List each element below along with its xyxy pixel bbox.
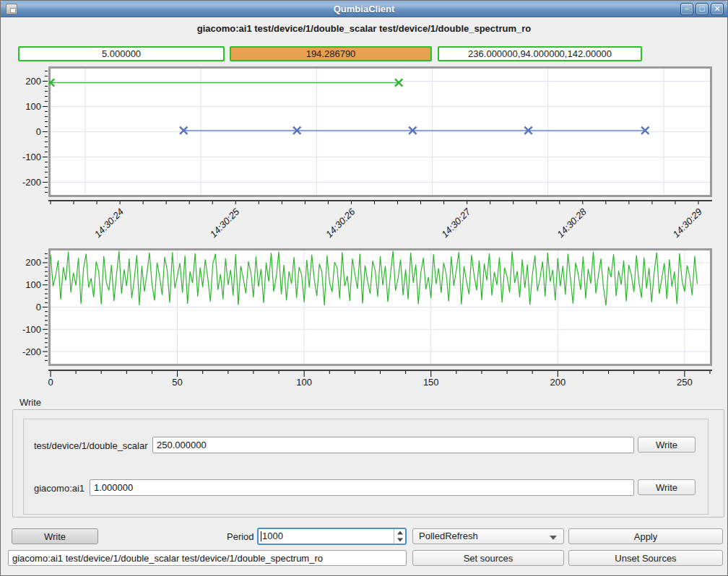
period-label: Period [227, 531, 254, 542]
spin-down-icon[interactable] [394, 536, 405, 544]
window-titlebar[interactable]: QumbiaClient − □ ✕ [1, 1, 727, 17]
svg-text:0: 0 [36, 126, 41, 137]
svg-text:250: 250 [677, 377, 693, 388]
maximize-icon[interactable]: □ [696, 3, 708, 15]
spectrum-plot[interactable]: -200-1000100200050100150200250 [1, 246, 728, 393]
svg-text:100: 100 [25, 279, 41, 290]
apply-button[interactable]: Apply [568, 528, 723, 544]
refresh-mode-combobox[interactable]: PolledRefresh [412, 528, 564, 544]
svg-text:14:30:24: 14:30:24 [92, 206, 126, 240]
svg-text:14:30:29: 14:30:29 [671, 206, 704, 240]
period-spinbox[interactable]: 1000 [257, 528, 407, 545]
qumbia-client-window: QumbiaClient − □ ✕ giacomo:ai1 test/devi… [0, 0, 728, 576]
trend-plot[interactable]: -200-100010020014:30:2414:30:2514:30:261… [1, 64, 728, 245]
y-axis: -200-1000100200 [22, 71, 48, 193]
ai1-write-button[interactable]: Write [638, 479, 696, 495]
svg-text:14:30:26: 14:30:26 [324, 206, 358, 240]
write-button[interactable]: Write [12, 528, 98, 544]
spinner-arrows[interactable] [394, 529, 405, 544]
svg-text:-100: -100 [22, 324, 41, 335]
svg-text:14:30:25: 14:30:25 [208, 206, 242, 240]
svg-text:150: 150 [423, 377, 439, 388]
readout-double-scalar: 194.286790 [230, 46, 432, 61]
x-axis: 050100150200250 [48, 370, 712, 388]
sources-input[interactable] [8, 550, 407, 566]
window-title: QumbiaClient [1, 4, 727, 14]
svg-text:0: 0 [36, 302, 41, 313]
unset-sources-button[interactable]: Unset Sources [568, 550, 723, 566]
double-scalar-write-label: test/device/1/double_scalar [34, 440, 148, 451]
period-value: 1000 [262, 529, 283, 544]
write-groupbox [12, 409, 724, 518]
svg-text:-200: -200 [22, 346, 41, 357]
ai1-write-label: giacomo:ai1 [34, 483, 84, 494]
write-group-title: Write [20, 397, 41, 408]
svg-text:14:30:28: 14:30:28 [555, 206, 589, 240]
svg-text:200: 200 [550, 377, 566, 388]
ai1-write-input[interactable] [90, 479, 634, 496]
close-icon[interactable]: ✕ [711, 3, 724, 15]
svg-text:100: 100 [25, 101, 41, 112]
minimize-icon[interactable]: − [680, 3, 693, 15]
refresh-mode-value: PolledRefresh [419, 531, 478, 541]
svg-text:200: 200 [25, 76, 41, 87]
svg-text:-200: -200 [22, 177, 41, 188]
double-scalar-write-button[interactable]: Write [638, 437, 696, 453]
svg-text:100: 100 [296, 377, 312, 388]
text-cursor [261, 531, 261, 541]
svg-text:200: 200 [25, 257, 41, 268]
svg-text:-100: -100 [22, 152, 41, 162]
svg-text:0: 0 [48, 377, 53, 388]
set-sources-button[interactable]: Set sources [412, 550, 564, 566]
svg-text:14:30:27: 14:30:27 [439, 206, 473, 240]
svg-text:50: 50 [172, 377, 182, 388]
readout-scalar-ai1: 5.000000 [18, 46, 225, 61]
write-inner-frame [23, 419, 708, 515]
y-axis: -200-1000100200 [22, 254, 48, 361]
chevron-down-icon [550, 536, 557, 540]
spin-up-icon[interactable] [394, 529, 405, 536]
double-scalar-write-input[interactable] [152, 437, 634, 453]
sources-header-label: giacomo:ai1 test/device/1/double_scalar … [1, 23, 727, 34]
x-axis: 14:30:2414:30:2514:30:2614:30:2714:30:28… [48, 201, 712, 240]
readout-spectrum-preview: 236.000000,94.000000,142.00000 [438, 46, 642, 61]
